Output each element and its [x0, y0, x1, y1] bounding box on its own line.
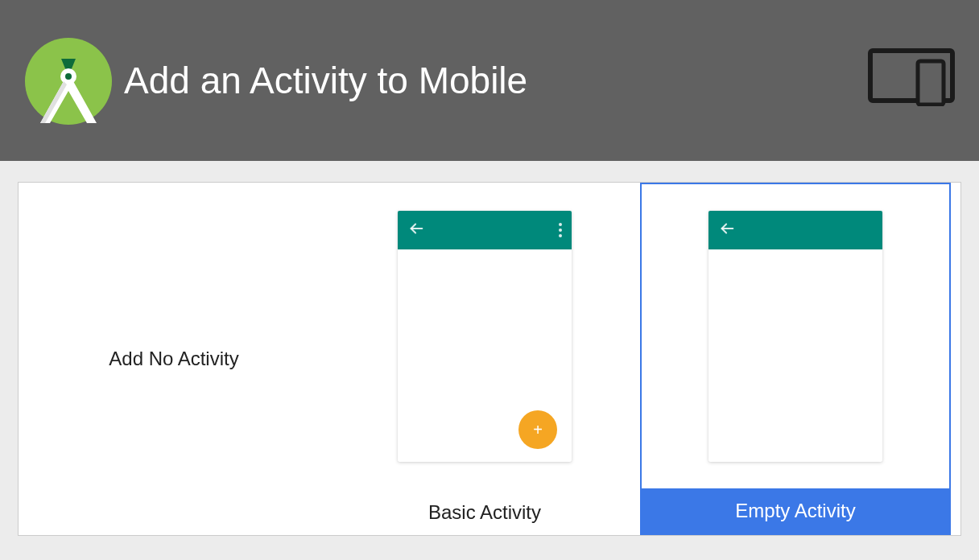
svg-rect-4	[918, 61, 944, 105]
back-arrow-icon	[718, 220, 736, 241]
appbar	[708, 211, 882, 249]
tile-basic-activity[interactable]: + Basic Activity	[329, 183, 640, 535]
fab-icon: +	[518, 410, 557, 449]
svg-point-2	[65, 73, 72, 80]
android-studio-logo-icon	[24, 36, 113, 125]
tile-preview: Add No Activity	[19, 183, 329, 535]
page-title: Add an Activity to Mobile	[124, 59, 527, 102]
tile-preview	[642, 184, 949, 488]
activity-gallery: Add No Activity +	[18, 182, 961, 536]
tile-empty-activity[interactable]: Empty Activity	[640, 183, 951, 535]
plus-icon: +	[533, 422, 543, 438]
back-arrow-icon	[407, 220, 425, 241]
content-area: Add No Activity +	[0, 161, 979, 557]
tile-add-no-activity[interactable]: Add No Activity	[19, 183, 329, 535]
overflow-menu-icon	[559, 223, 562, 237]
phone-mock-empty	[708, 211, 882, 462]
form-factor-icon	[868, 48, 955, 109]
wizard-header: Add an Activity to Mobile	[0, 0, 979, 161]
tile-preview: +	[329, 183, 640, 490]
no-activity-label: Add No Activity	[109, 348, 238, 370]
tile-label: Basic Activity	[329, 490, 640, 535]
appbar	[398, 211, 572, 249]
tile-label: Empty Activity	[642, 488, 949, 533]
phone-mock-basic: +	[398, 211, 572, 462]
